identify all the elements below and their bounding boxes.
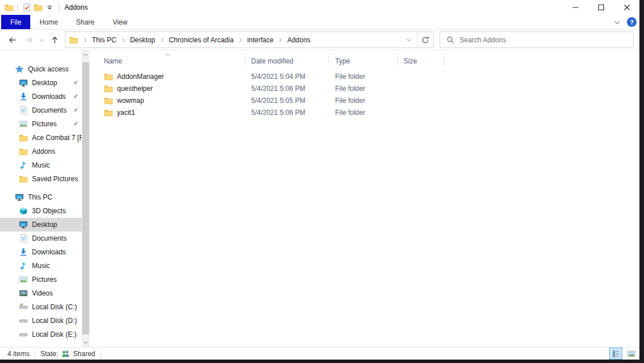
sidebar-item-local-disk-d[interactable]: Local Disk (D:) xyxy=(0,314,82,328)
titlebar-separator xyxy=(59,3,59,12)
titlebar: Addons xyxy=(0,0,639,15)
sidebar-item-local-disk-c[interactable]: Local Disk (C:) xyxy=(0,300,82,314)
sidebar-item-label: Music xyxy=(32,262,50,270)
column-header-size[interactable]: Size xyxy=(398,55,444,66)
disk-icon xyxy=(19,302,28,312)
forward-button[interactable] xyxy=(21,32,37,48)
pin-icon xyxy=(72,93,79,100)
qat-properties-button[interactable] xyxy=(21,1,33,14)
sidebar-item-documents-qa[interactable]: Documents xyxy=(0,103,82,117)
scrollbar-up-arrow[interactable] xyxy=(82,50,90,59)
folder-icon xyxy=(104,84,113,93)
search-input[interactable] xyxy=(460,32,633,47)
desktop-icon xyxy=(19,220,28,229)
address-dropdown-button[interactable] xyxy=(401,32,417,47)
qat-customize-dropdown[interactable] xyxy=(44,1,55,14)
table-row[interactable]: AddonManager 5/4/2021 5:04 PM File folde… xyxy=(90,70,639,82)
scrollbar-down-arrow[interactable] xyxy=(82,338,90,347)
table-row[interactable]: questhelper 5/4/2021 5:06 PM File folder xyxy=(90,82,639,94)
table-row[interactable]: wowmap 5/4/2021 5:05 PM File folder xyxy=(90,94,639,106)
large-icons-view-button[interactable] xyxy=(625,348,638,360)
back-button[interactable] xyxy=(5,32,21,48)
chevron-up-icon xyxy=(82,51,89,58)
explorer-window: Addons File Home Share View ? This PC De… xyxy=(0,0,639,360)
sidebar-section-quick-access[interactable]: Quick access xyxy=(0,62,82,76)
sidebar-item-ace-combat-7[interactable]: Ace Combat 7 [F xyxy=(0,131,82,145)
folder-icon xyxy=(19,133,28,142)
sidebar-scrollbar[interactable] xyxy=(82,50,90,347)
sort-ascending-icon xyxy=(164,51,171,58)
details-view-button[interactable] xyxy=(609,348,622,360)
folder-icon xyxy=(19,174,28,184)
file-name: questhelper xyxy=(117,85,153,93)
breadcrumb-addons[interactable]: Addons xyxy=(286,36,312,44)
tab-file[interactable]: File xyxy=(1,15,30,29)
disk-icon xyxy=(19,330,28,339)
file-date: 5/4/2021 5:05 PM xyxy=(245,97,329,105)
sidebar-item-desktop[interactable]: Desktop xyxy=(0,218,82,232)
tab-share[interactable]: Share xyxy=(67,15,103,29)
tab-view[interactable]: View xyxy=(103,15,136,29)
sidebar-item-desktop-qa[interactable]: Desktop xyxy=(0,76,82,90)
tab-home[interactable]: Home xyxy=(30,15,67,29)
documents-icon xyxy=(19,106,28,115)
sidebar-section-this-pc[interactable]: This PC xyxy=(0,190,82,204)
folder-icon xyxy=(104,108,113,117)
up-button[interactable] xyxy=(47,32,63,48)
address-bar[interactable]: This PC Desktop Chronicles of Arcadia in… xyxy=(65,31,434,48)
new-folder-icon xyxy=(34,3,43,12)
sidebar-item-label: Documents xyxy=(32,106,67,114)
sidebar-item-downloads[interactable]: Downloads xyxy=(0,245,82,259)
folder-icon xyxy=(69,35,78,45)
sidebar-item-label: Videos xyxy=(32,289,53,297)
column-headers: Name Date modified Type Size xyxy=(90,54,639,68)
expand-ribbon-button[interactable] xyxy=(613,18,622,27)
sidebar-item-pictures[interactable]: Pictures xyxy=(0,273,82,286)
sidebar-item-videos[interactable]: Videos xyxy=(0,286,82,300)
sidebar-item-pictures-qa[interactable]: Pictures xyxy=(0,117,82,131)
properties-check-icon xyxy=(22,3,31,12)
desktop-icon xyxy=(19,78,28,87)
forward-arrow-icon xyxy=(24,35,33,45)
recent-locations-button[interactable] xyxy=(37,32,47,48)
sidebar-item-saved-pictures[interactable]: Saved Pictures xyxy=(0,172,82,186)
breadcrumb-chronicles-of-arcadia[interactable]: Chronicles of Arcadia xyxy=(168,36,235,44)
state-value: Shared xyxy=(73,350,95,358)
breadcrumb-chevron-icon xyxy=(277,37,284,43)
this-pc-icon xyxy=(15,193,24,202)
table-row[interactable]: yacit1 5/4/2021 5:06 PM File folder xyxy=(90,106,639,118)
item-count: 4 items xyxy=(7,350,30,358)
sidebar-item-label: Downloads xyxy=(32,248,66,256)
sidebar-item-music-qa[interactable]: Music xyxy=(0,158,82,172)
breadcrumb-desktop[interactable]: Desktop xyxy=(129,36,156,44)
close-button[interactable] xyxy=(614,0,639,15)
column-header-type[interactable]: Type xyxy=(329,55,398,66)
sidebar-label: Quick access xyxy=(28,65,69,73)
refresh-button[interactable] xyxy=(417,32,433,47)
shared-people-icon xyxy=(61,349,70,358)
sidebar-item-downloads-qa[interactable]: Downloads xyxy=(0,90,82,103)
breadcrumb-interface[interactable]: interface xyxy=(246,36,275,44)
state-label: State: xyxy=(41,350,58,358)
scrollbar-thumb[interactable] xyxy=(82,62,89,334)
minimize-icon xyxy=(571,3,580,12)
maximize-button[interactable] xyxy=(588,0,614,15)
pictures-icon xyxy=(19,275,28,284)
folder-icon xyxy=(104,96,113,105)
breadcrumb-chevron-icon xyxy=(159,37,166,43)
help-button[interactable]: ? xyxy=(627,17,637,27)
quick-access-star-icon xyxy=(15,65,24,74)
sidebar-item-local-disk-e[interactable]: Local Disk (E:) xyxy=(0,328,82,341)
sidebar-item-label: Local Disk (D:) xyxy=(32,317,77,325)
qat-new-folder-button[interactable] xyxy=(33,1,44,14)
back-arrow-icon xyxy=(8,35,17,45)
sidebar-item-music[interactable]: Music xyxy=(0,259,82,273)
sidebar-item-documents[interactable]: Documents xyxy=(0,232,82,245)
file-type: File folder xyxy=(329,85,398,93)
minimize-button[interactable] xyxy=(562,0,588,15)
column-header-date-modified[interactable]: Date modified xyxy=(245,55,329,66)
sidebar-item-3d-objects[interactable]: 3D Objects xyxy=(0,204,82,218)
file-name: wowmap xyxy=(117,97,144,105)
sidebar-item-addons[interactable]: Addons xyxy=(0,145,82,158)
breadcrumb-this-pc[interactable]: This PC xyxy=(91,36,118,44)
